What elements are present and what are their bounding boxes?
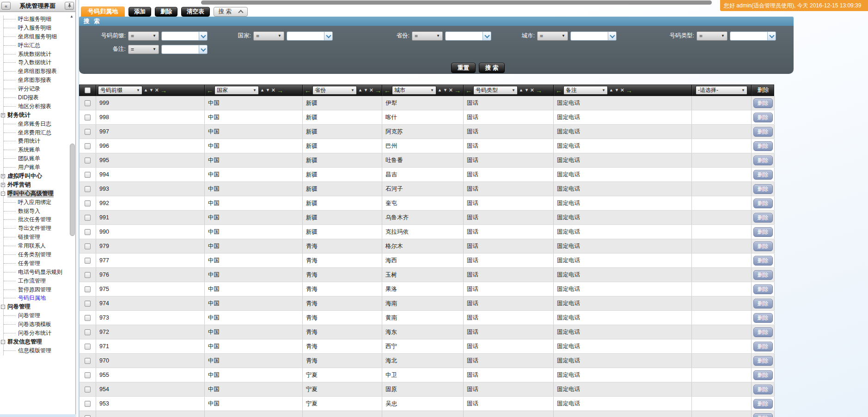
sidebar-item[interactable]: 问卷选项模板 [0,320,75,329]
move-column-right-icon[interactable]: → [536,87,542,94]
select-all-checkbox[interactable] [85,87,91,93]
move-column-right-icon[interactable]: → [277,87,283,94]
sidebar-item[interactable]: 用户账单 [0,163,75,172]
sort-asc-icon[interactable]: ▲ [260,88,264,92]
expand-node-icon[interactable]: + [1,174,5,178]
sidebar-item[interactable]: -问卷管理 [0,302,75,311]
row-delete-button[interactable]: 删除 [753,98,773,108]
row-delete-button[interactable]: 删除 [753,284,773,294]
move-column-left-icon[interactable]: ← [556,87,562,94]
expand-node-icon[interactable]: + [1,183,5,187]
row-delete-button[interactable]: 删除 [753,199,773,208]
row-delete-button[interactable]: 删除 [753,184,773,194]
search-toggle-button[interactable]: 搜 索 [214,7,248,17]
add-column-select[interactable]: -请选择-▼ [696,86,747,95]
row-checkbox[interactable] [85,301,91,307]
row-checkbox[interactable] [85,315,91,321]
row-delete-button[interactable]: 删除 [753,370,773,380]
filter-operator-select[interactable]: =▼ [253,31,284,41]
sidebar-item[interactable]: -群发信息管理 [0,338,75,346]
reset-button[interactable]: 重置 [451,63,476,73]
sidebar-item[interactable]: 暂停原因管理 [0,285,75,294]
row-delete-button[interactable]: 删除 [753,113,773,122]
row-checkbox[interactable] [85,387,91,393]
row-delete-button[interactable]: 删除 [753,399,773,409]
column-select[interactable]: 号码类型▼ [473,86,518,95]
row-checkbox[interactable] [85,358,91,364]
expand-node-icon[interactable]: + [1,113,5,117]
row-delete-button[interactable]: 删除 [753,213,773,223]
sidebar-item[interactable]: 任务类别管理 [0,250,75,259]
row-delete-button[interactable]: 删除 [753,227,773,237]
remove-column-icon[interactable]: ✕ [449,88,453,93]
sort-desc-icon[interactable]: ▼ [443,88,447,92]
row-checkbox[interactable] [85,129,91,135]
row-delete-button[interactable]: 删除 [753,256,773,266]
combo-dropdown-button[interactable] [199,32,207,40]
sidebar-item[interactable]: 坐席组服务明细 [0,32,75,41]
column-select[interactable]: 国家▼ [214,86,259,95]
row-checkbox[interactable] [85,286,91,292]
remove-column-icon[interactable]: ✕ [620,88,624,93]
sidebar-item[interactable]: 电话号码显示规则 [0,268,75,277]
combo-dropdown-button[interactable] [608,32,616,40]
sort-asc-icon[interactable]: ▲ [358,88,362,92]
collapse-sidebar-button[interactable]: « [1,2,11,10]
sidebar-item[interactable]: 号码归属地 [0,294,75,303]
combo-dropdown-button[interactable] [767,32,776,40]
row-checkbox[interactable] [85,172,91,178]
row-checkbox[interactable] [85,157,91,163]
row-checkbox[interactable] [85,143,91,149]
sort-asc-icon[interactable]: ▲ [438,88,442,92]
row-delete-button[interactable]: 删除 [753,156,773,165]
combo-dropdown-button[interactable] [199,45,207,54]
sidebar-item[interactable]: 坐席组图形报表 [0,67,75,76]
collapse-node-icon[interactable]: - [1,340,5,344]
toolbar-button-添加[interactable]: 添加 [128,7,151,17]
sidebar-item[interactable]: 坐席账务日志 [0,120,75,128]
sort-desc-icon[interactable]: ▼ [615,88,619,92]
row-checkbox[interactable] [85,329,91,335]
sidebar-item[interactable]: 数据导入 [0,207,75,216]
sidebar-item[interactable]: +财务统计 [0,111,75,120]
row-delete-button[interactable]: 删除 [753,242,773,251]
collapse-node-icon[interactable]: - [1,192,5,196]
sidebar-item[interactable]: 系统账单 [0,145,75,154]
row-checkbox[interactable] [85,258,91,264]
row-checkbox[interactable] [85,215,91,221]
filter-operator-select[interactable]: =▼ [412,31,443,41]
row-delete-button[interactable]: 删除 [753,141,773,151]
sidebar-item[interactable]: +外呼营销 [0,181,75,189]
row-delete-button[interactable]: 删除 [753,313,773,323]
sort-asc-icon[interactable]: ▲ [609,88,613,92]
sidebar-item[interactable]: 团队账单 [0,154,75,163]
sidebar-item[interactable]: DID报表 [0,93,75,102]
sidebar-item[interactable]: 信息模版管理 [0,346,75,355]
row-delete-button[interactable]: 删除 [753,127,773,137]
sidebar-splitter[interactable] [76,0,79,417]
row-checkbox[interactable] [85,115,91,121]
move-column-right-icon[interactable]: → [626,87,632,94]
column-select[interactable]: 号码前缀▼ [98,86,142,95]
move-column-right-icon[interactable]: → [375,87,381,94]
sidebar-item[interactable]: 地区分析报表 [0,102,75,111]
sort-desc-icon[interactable]: ▼ [364,88,368,92]
filter-operator-select[interactable]: =▼ [128,45,159,54]
sidebar-item[interactable]: +虚拟呼叫中心 [0,172,75,181]
remove-column-icon[interactable]: ✕ [155,88,159,93]
sidebar-item[interactable]: 常用联系人 [0,242,75,250]
sort-desc-icon[interactable]: ▼ [266,88,270,92]
remove-column-icon[interactable]: ✕ [271,88,275,93]
row-delete-button[interactable]: 删除 [753,385,773,394]
sort-asc-icon[interactable]: ▲ [144,88,148,92]
row-delete-button[interactable]: 删除 [753,413,773,417]
sidebar-item[interactable]: 批次任务管理 [0,215,75,224]
row-checkbox[interactable] [85,272,91,278]
sidebar-item[interactable]: 任务管理 [0,259,75,268]
row-checkbox[interactable] [85,200,91,206]
row-delete-button[interactable]: 删除 [753,270,773,280]
filter-value-combobox[interactable] [161,31,208,41]
row-checkbox[interactable] [85,344,91,350]
row-delete-button[interactable]: 删除 [753,299,773,308]
row-checkbox[interactable] [85,186,91,192]
